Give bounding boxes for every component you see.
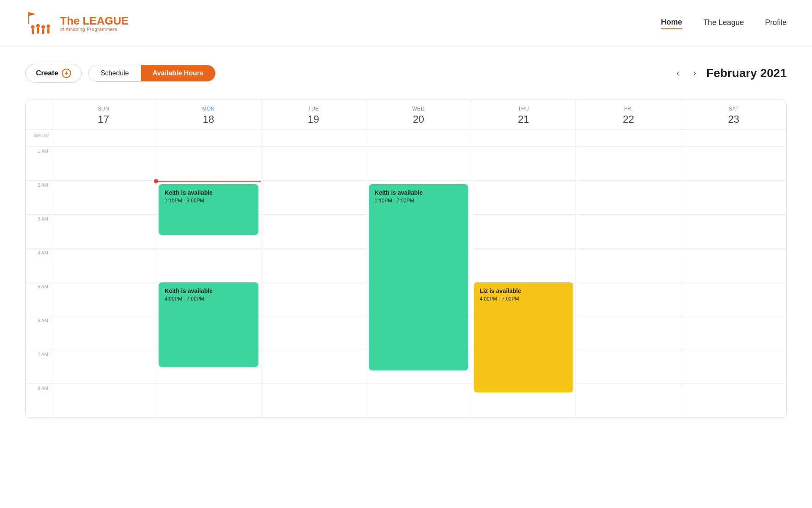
create-label: Create (36, 69, 58, 77)
header: The LEAGUE of Amazing Programmers Home T… (0, 0, 812, 47)
nav-profile[interactable]: Profile (765, 18, 787, 29)
create-button[interactable]: Create + (25, 64, 82, 83)
days-grid: Keith is available 1:10PM - 3:00PM Keith… (51, 130, 786, 418)
next-month-button[interactable]: › (690, 66, 700, 80)
svg-rect-0 (28, 12, 29, 24)
logo-icon (25, 8, 55, 38)
prev-month-button[interactable]: ‹ (673, 66, 683, 80)
logo-text-block: The LEAGUE of Amazing Programmers (60, 15, 129, 32)
day-name-wed: WED (366, 106, 471, 112)
main-content: Create + Schedule Available Hours ‹ › Fe… (0, 47, 812, 435)
svg-point-6 (41, 25, 45, 29)
timezone-header-cell (26, 100, 51, 130)
day-number-sat: 23 (681, 113, 786, 125)
today-indicator: 18 (203, 113, 214, 125)
day-number-thu: 21 (471, 113, 576, 125)
svg-point-2 (31, 25, 35, 29)
schedule-tab[interactable]: Schedule (89, 65, 141, 81)
event-title: Liz is available (480, 287, 567, 294)
day-col-sat (681, 130, 786, 418)
timezone-label: GMT-07 (26, 130, 51, 147)
nav: Home The League Profile (661, 18, 787, 29)
day-header-wed: WED 20 (366, 100, 471, 130)
svg-point-4 (36, 24, 40, 28)
available-hours-tab[interactable]: Available Hours (141, 65, 215, 81)
logo-title: The LEAGUE (60, 15, 129, 27)
current-time-indicator (156, 181, 261, 182)
event-title: Keith is available (165, 189, 252, 196)
day-name-thu: THU (471, 106, 576, 112)
time-5am: 5 AM (26, 282, 51, 316)
event-time: 4:00PM - 7:00PM (165, 296, 252, 302)
time-8am: 8 AM (26, 384, 51, 418)
day-header-sat: SAT 23 (681, 100, 786, 130)
day-number-tue: 19 (261, 113, 366, 125)
event-keith-mon-2[interactable]: Keith is available 4:00PM - 7:00PM (159, 282, 258, 367)
event-time: 1:10PM - 7:00PM (375, 198, 462, 204)
day-col-mon: Keith is available 1:10PM - 3:00PM Keith… (156, 130, 261, 418)
logo-area: The LEAGUE of Amazing Programmers (25, 8, 129, 38)
event-title: Keith is available (165, 287, 252, 294)
svg-rect-5 (37, 28, 39, 34)
time-1am: 1 AM (26, 147, 51, 181)
day-number-sun: 17 (51, 113, 156, 125)
day-number-fri: 22 (576, 113, 680, 125)
day-col-tue (261, 130, 366, 418)
day-col-thu: Liz is available 4:00PM - 7:00PM (471, 130, 576, 418)
day-col-sun (51, 130, 156, 418)
event-time: 1:10PM - 3:00PM (165, 198, 252, 204)
event-title: Keith is available (375, 189, 462, 196)
day-header-fri: FRI 22 (576, 100, 681, 130)
calendar-body: GMT-07 1 AM 2 AM 3 AM 4 AM 5 AM 6 AM 7 A… (26, 130, 786, 418)
svg-rect-9 (47, 28, 49, 33)
calendar-nav-controls: ‹ › February 2021 (673, 66, 787, 80)
event-keith-mon-1[interactable]: Keith is available 1:10PM - 3:00PM (159, 184, 258, 235)
time-6am: 6 AM (26, 316, 51, 350)
svg-marker-1 (29, 12, 36, 16)
day-name-sat: SAT (681, 106, 786, 112)
day-name-tue: TUE (261, 106, 366, 112)
plus-icon: + (62, 69, 71, 78)
time-4am: 4 AM (26, 248, 51, 282)
day-header-mon: MON 18 (156, 100, 261, 130)
calendar: SUN 17 MON 18 TUE 19 WED 20 THU 21 (25, 99, 787, 418)
time-2am: 2 AM (26, 181, 51, 215)
day-number-mon: 18 (156, 113, 261, 125)
day-name-sun: SUN (51, 106, 156, 112)
day-header-tue: TUE 19 (261, 100, 366, 130)
view-tab-group: Schedule Available Hours (88, 65, 216, 82)
event-time: 4:00PM - 7:00PM (480, 296, 567, 302)
svg-rect-7 (42, 29, 44, 34)
time-column: GMT-07 1 AM 2 AM 3 AM 4 AM 5 AM 6 AM 7 A… (26, 130, 51, 418)
svg-point-8 (47, 25, 50, 28)
month-label: February 2021 (706, 66, 787, 80)
day-name-fri: FRI (576, 106, 680, 112)
day-col-fri (576, 130, 681, 418)
logo-subtitle: of Amazing Programmers (60, 27, 129, 32)
day-number-wed: 20 (366, 113, 471, 125)
svg-rect-3 (32, 29, 34, 34)
event-liz-thu[interactable]: Liz is available 4:00PM - 7:00PM (474, 282, 573, 392)
calendar-header: SUN 17 MON 18 TUE 19 WED 20 THU 21 (26, 100, 786, 130)
nav-the-league[interactable]: The League (703, 18, 744, 29)
day-header-sun: SUN 17 (51, 100, 156, 130)
toolbar: Create + Schedule Available Hours ‹ › Fe… (25, 64, 787, 83)
time-3am: 3 AM (26, 215, 51, 248)
day-name-mon: MON (156, 106, 261, 112)
time-7am: 7 AM (26, 350, 51, 384)
event-keith-wed[interactable]: Keith is available 1:10PM - 7:00PM (369, 184, 468, 370)
day-col-wed: Keith is available 1:10PM - 7:00PM (366, 130, 471, 418)
nav-home[interactable]: Home (661, 18, 682, 29)
day-header-thu: THU 21 (471, 100, 576, 130)
